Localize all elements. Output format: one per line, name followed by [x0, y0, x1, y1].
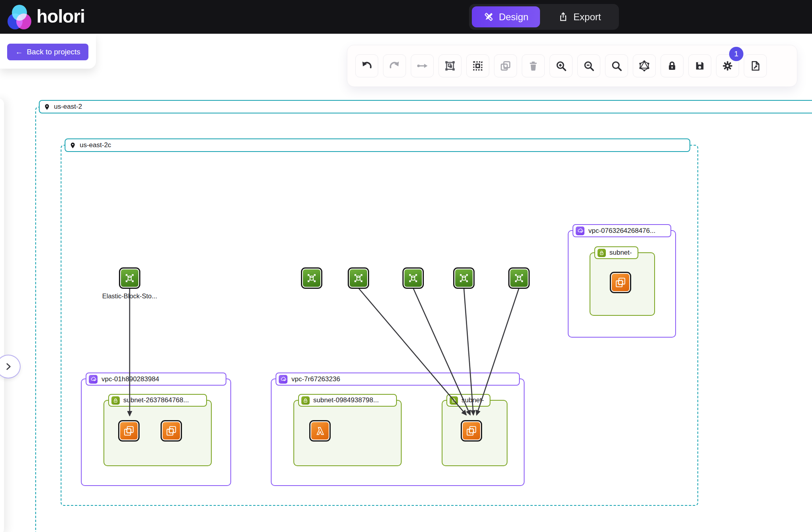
- export-label: Export: [573, 12, 601, 23]
- ebs-node[interactable]: [453, 267, 475, 289]
- connector-button[interactable]: [411, 54, 434, 77]
- subnet-name: subnet-2637864768...: [123, 396, 189, 404]
- duplicate-button[interactable]: [494, 54, 517, 77]
- vpc-box[interactable]: vpc-7r67263236 subnet-0984938798... subn…: [271, 378, 525, 486]
- lambda-function-node[interactable]: [309, 420, 331, 442]
- save-button[interactable]: [688, 54, 711, 77]
- subnet-label[interactable]: subnet-: [594, 246, 638, 259]
- zoom-in-button[interactable]: [550, 54, 573, 77]
- app-logo[interactable]: holori: [6, 2, 85, 30]
- file-export-icon: [749, 60, 761, 72]
- app-name: holori: [36, 6, 85, 27]
- trash-icon: [527, 60, 539, 72]
- expand-sidebar-button[interactable]: [0, 355, 21, 378]
- share-export-icon: [558, 12, 569, 22]
- private-subnet-lock-icon: [111, 396, 120, 405]
- top-bar: holori Design Export: [0, 0, 812, 34]
- collapsed-sidebar-edge: [0, 98, 4, 532]
- marquee-select-icon: [472, 60, 484, 72]
- export-file-button[interactable]: [744, 54, 767, 77]
- location-pin-icon: [44, 104, 50, 110]
- vpc-label[interactable]: vpc-7r67263236: [276, 373, 520, 386]
- ebs-node-label[interactable]: Elastic-Block-Sto...: [94, 292, 165, 300]
- settings-button[interactable]: 1: [716, 54, 739, 77]
- vpc-name: vpc-0763264268476...: [588, 227, 655, 235]
- arrow-left-icon: ←: [15, 48, 23, 56]
- vpc-icon: [89, 375, 98, 384]
- redo-button[interactable]: [383, 54, 406, 77]
- zoom-out-icon: [583, 60, 595, 72]
- connector-arrow-icon: [416, 60, 428, 72]
- az-name: us-east-2c: [80, 141, 111, 149]
- export-tab[interactable]: Export: [540, 6, 619, 27]
- region-name: us-east-2: [54, 103, 82, 111]
- subnet-name: subnet-: [609, 249, 632, 257]
- ec2-instance-node[interactable]: [461, 420, 482, 442]
- design-tools-icon: [483, 12, 494, 22]
- subnet-label[interactable]: subnet-: [446, 394, 490, 407]
- gear-icon: [722, 60, 733, 72]
- graph-icon: [638, 60, 650, 72]
- chevron-right-icon: [3, 361, 13, 372]
- vpc-icon: [576, 227, 584, 235]
- design-tab[interactable]: Design: [472, 6, 540, 27]
- settings-badge: 1: [729, 47, 743, 61]
- vpc-label[interactable]: vpc-01h890283984: [86, 373, 226, 386]
- search-button[interactable]: [605, 54, 628, 77]
- undo-button[interactable]: [355, 54, 378, 77]
- delete-button[interactable]: [522, 54, 545, 77]
- zoom-in-icon: [555, 60, 567, 72]
- ec2-instance-node[interactable]: [610, 272, 631, 293]
- select-button[interactable]: [466, 54, 489, 77]
- az-label[interactable]: us-east-2c: [65, 138, 690, 152]
- back-to-projects-button[interactable]: ← Back to projects: [7, 44, 88, 60]
- back-card: ← Back to projects: [0, 34, 96, 69]
- vpc-icon: [279, 375, 287, 384]
- zoom-out-button[interactable]: [577, 54, 600, 77]
- vpc-box[interactable]: vpc-01h890283984 subnet-2637864768...: [81, 378, 231, 486]
- ebs-node[interactable]: [508, 267, 530, 289]
- vpc-name: vpc-01h890283984: [102, 375, 159, 383]
- back-label: Back to projects: [27, 48, 80, 56]
- vpc-label[interactable]: vpc-0763264268476...: [573, 224, 671, 237]
- design-label: Design: [499, 12, 529, 23]
- holori-logo-icon: [6, 2, 33, 30]
- region-label[interactable]: us-east-2: [39, 100, 812, 113]
- ebs-node[interactable]: [119, 267, 140, 289]
- graph-view-button[interactable]: [633, 54, 656, 77]
- ec2-instance-node[interactable]: [118, 420, 140, 442]
- lock-icon: [666, 60, 678, 72]
- ec2-instance-node[interactable]: [161, 420, 182, 442]
- location-pin-icon: [69, 142, 76, 149]
- vpc-name: vpc-7r67263236: [291, 375, 340, 383]
- ebs-node[interactable]: [301, 267, 322, 289]
- ebs-node[interactable]: [402, 267, 424, 289]
- private-subnet-lock-icon: [598, 249, 606, 257]
- canvas-toolbar: 1: [347, 45, 797, 87]
- group-icon: [444, 60, 456, 72]
- save-floppy-icon: [694, 60, 706, 72]
- private-subnet-lock-icon: [301, 396, 310, 405]
- lock-button[interactable]: [661, 54, 684, 77]
- search-icon: [611, 60, 622, 72]
- ebs-node[interactable]: [348, 267, 369, 289]
- subnet-label[interactable]: subnet-2637864768...: [108, 394, 207, 407]
- mode-switcher: Design Export: [469, 4, 619, 30]
- undo-icon: [361, 60, 373, 72]
- subnet-name: subnet-: [462, 396, 484, 404]
- redo-icon: [389, 60, 400, 72]
- duplicate-icon: [500, 60, 511, 72]
- subnet-name: subnet-0984938798...: [313, 396, 379, 404]
- group-button[interactable]: [439, 54, 462, 77]
- private-subnet-lock-icon: [450, 396, 458, 405]
- subnet-label[interactable]: subnet-0984938798...: [298, 394, 397, 407]
